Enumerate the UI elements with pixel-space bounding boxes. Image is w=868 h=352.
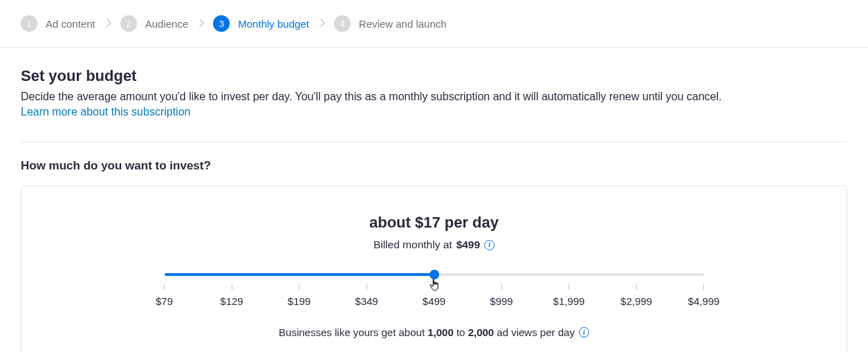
tick-line: [367, 284, 367, 290]
chevron-right-icon: [320, 17, 326, 30]
tick-line: [569, 284, 569, 290]
billed-prefix: Billed monthly at: [373, 239, 452, 251]
tick-line: [164, 284, 165, 290]
footnote-low: 1,000: [427, 326, 454, 338]
budget-slider-wrap: $79 $129 $199 $349 $499 $999 $1,999 $2,9…: [165, 273, 704, 307]
step-audience[interactable]: 2 Audience: [120, 15, 204, 32]
step-label: Review and launch: [359, 18, 447, 30]
tick-label: $4,999: [688, 295, 720, 307]
slider-thumb[interactable]: [430, 270, 439, 279]
tick-line: [501, 284, 502, 290]
step-monthly-budget[interactable]: 3 Monthly budget: [213, 15, 324, 32]
daily-amount-headline: about $17 per day: [38, 214, 830, 232]
tick-label: $199: [288, 295, 311, 307]
footnote-prefix: Businesses like yours get about: [279, 326, 427, 338]
slider-track-fill: [165, 273, 434, 276]
tick-label: $1,999: [553, 295, 585, 307]
info-icon[interactable]: i: [579, 327, 589, 337]
step-label: Monthly budget: [238, 18, 309, 30]
billed-amount: $499: [456, 239, 480, 251]
step-label: Ad content: [46, 18, 95, 30]
tick-line: [636, 284, 637, 290]
footnote-mid: to: [454, 326, 468, 338]
step-number: 2: [120, 15, 137, 32]
budget-card: about $17 per day Billed monthly at $499…: [21, 185, 847, 352]
step-review-launch[interactable]: 4 Review and launch: [334, 15, 447, 32]
tick-line: [434, 284, 434, 290]
tick-line: [703, 284, 704, 290]
step-number: 4: [334, 15, 351, 32]
info-icon[interactable]: i: [484, 240, 495, 250]
ad-views-footnote: Businesses like yours get about 1,000 to…: [38, 326, 830, 338]
tick-label: $999: [490, 295, 513, 307]
step-label: Audience: [145, 18, 189, 30]
learn-more-link[interactable]: Learn more about this subscription: [21, 106, 190, 118]
step-number: 1: [21, 15, 37, 32]
tick-label: $79: [156, 295, 173, 307]
tick-line: [299, 284, 299, 290]
footnote-high: 2,000: [468, 326, 495, 338]
chevron-right-icon: [199, 17, 205, 30]
page-content: Set your budget Decide the average amoun…: [0, 48, 868, 352]
step-number: 3: [213, 15, 230, 32]
slider-ticks: $79 $129 $199 $349 $499 $999 $1,999 $2,9…: [165, 284, 704, 307]
divider: [21, 142, 847, 142]
footnote-suffix: ad views per day: [494, 326, 575, 338]
tick-label: $349: [355, 295, 378, 307]
slider-track[interactable]: [165, 273, 704, 276]
step-ad-content[interactable]: 1 Ad content: [21, 15, 111, 32]
tick-label: $129: [220, 295, 243, 307]
page-title: Set your budget: [21, 67, 847, 85]
tick-label: $2,999: [620, 295, 652, 307]
tick-label: $499: [423, 295, 445, 307]
page-subtext: Decide the average amount you'd like to …: [21, 91, 847, 103]
tick-line: [232, 284, 232, 290]
billed-monthly: Billed monthly at $499 i: [38, 239, 830, 251]
progress-stepper: 1 Ad content 2 Audience 3 Monthly budget…: [0, 0, 868, 48]
chevron-right-icon: [107, 17, 112, 30]
invest-question: How much do you want to invest?: [21, 159, 847, 173]
